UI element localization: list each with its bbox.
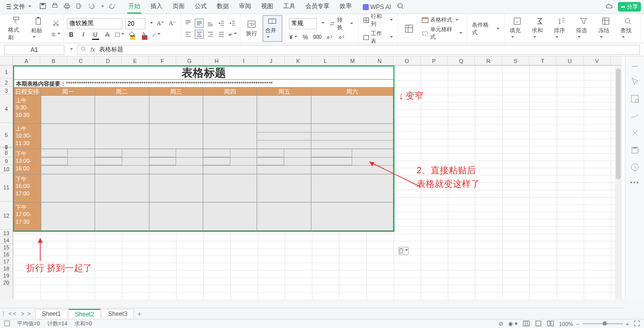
col-header-B[interactable]: B (40, 56, 67, 65)
time-label-cell[interactable]: 下午 16:00-17:00 (14, 174, 41, 202)
data-cell[interactable] (41, 124, 95, 149)
record-macro-icon[interactable] (4, 320, 10, 327)
tab-member[interactable]: 会员专享 (304, 0, 331, 14)
data-cell[interactable] (203, 96, 257, 123)
row-header-19[interactable]: 19 (0, 272, 13, 279)
row-header-14[interactable]: 14 (0, 237, 13, 244)
data-cell[interactable] (95, 149, 149, 174)
freeze-button[interactable]: 冻结 (596, 16, 615, 41)
justify-icon[interactable] (217, 30, 226, 39)
time-label-cell[interactable]: 下午 13:00-16:00 (14, 149, 41, 174)
time-label-cell[interactable]: 下午 17:00-17:30 (14, 203, 41, 230)
row-header-20[interactable]: 20 (0, 279, 13, 286)
align-top-icon[interactable] (184, 19, 193, 28)
row-header-17[interactable]: 17 (0, 258, 13, 265)
zoom-out-icon[interactable]: − (576, 321, 579, 327)
format-painter-button[interactable]: 格式刷 (6, 15, 26, 42)
data-cell[interactable] (257, 124, 311, 149)
increase-decimal-icon[interactable]: .0 (325, 33, 334, 42)
cond-format-button[interactable]: 条件格式 (470, 21, 501, 37)
convert-button[interactable]: 转换 (328, 16, 355, 32)
data-cell[interactable] (149, 96, 203, 123)
chart-icon[interactable] (630, 111, 640, 121)
view-normal-icon[interactable] (523, 320, 530, 327)
column-headers[interactable]: ABCDEFGHIJKLMNOPQRSTUV (13, 56, 622, 65)
fill-button[interactable]: 填充 (508, 16, 527, 41)
data-cell[interactable] (311, 96, 393, 123)
font-size-dropdown[interactable] (148, 20, 153, 27)
col-header-N[interactable]: N (366, 56, 393, 65)
data-cell[interactable] (41, 174, 95, 202)
wrap-text-button[interactable]: 换行 (244, 19, 260, 38)
tab-formula[interactable]: 公式 (194, 0, 208, 14)
tab-view[interactable]: 视图 (260, 0, 274, 14)
data-cell[interactable] (203, 124, 257, 149)
tab-data[interactable]: 数据 (216, 0, 230, 14)
sheet-nav-first[interactable]: ⎸< (3, 310, 10, 317)
data-cell[interactable] (149, 203, 203, 230)
row-header-13[interactable]: 13 (0, 230, 13, 237)
row-header-16[interactable]: 16 (0, 251, 13, 258)
col-header-P[interactable]: P (421, 56, 448, 65)
col-header-Q[interactable]: Q (448, 56, 475, 65)
data-cell[interactable] (257, 96, 311, 123)
tab-efficiency[interactable]: 效率 (339, 0, 353, 14)
wps-ai-button[interactable]: WPS AI (363, 4, 391, 11)
clear-format-icon[interactable] (151, 30, 160, 39)
select-tool-icon[interactable] (630, 77, 640, 87)
row-header-4[interactable]: 4 (0, 95, 13, 123)
fullscreen-icon[interactable] (634, 320, 640, 327)
data-cell[interactable] (95, 174, 149, 202)
find-button[interactable]: 查找 (618, 16, 637, 41)
time-label-cell[interactable]: 上午 10:30-11:30 (14, 124, 41, 149)
more-icon[interactable]: ••• (630, 179, 639, 186)
sort-button[interactable]: 排序 (552, 16, 571, 41)
border-icon[interactable] (115, 30, 124, 39)
cloud-sync-icon[interactable]: ⊘ (499, 320, 503, 327)
view-eye-icon[interactable]: ◉ ▾ (508, 320, 518, 327)
rows-cols-button[interactable]: 行和列 (361, 12, 394, 28)
settings-icon[interactable] (630, 128, 640, 138)
sheet-tab-3[interactable]: Sheet3 (102, 309, 134, 318)
col-header-H[interactable]: H (203, 56, 230, 65)
paste-button[interactable]: 粘贴 (29, 16, 48, 41)
align-right-icon[interactable] (206, 30, 215, 39)
backup-icon[interactable] (630, 145, 640, 155)
cell-style-button[interactable]: 单元格样式 (420, 25, 464, 41)
data-cell[interactable] (203, 174, 257, 202)
formula-input[interactable]: fx 表格标题 (77, 45, 640, 55)
percent-icon[interactable]: % (301, 33, 310, 42)
align-center-icon[interactable] (195, 30, 204, 39)
data-cell[interactable] (311, 174, 393, 202)
sheet-nav-next[interactable]: > (19, 310, 26, 317)
number-format-dropdown[interactable] (320, 20, 325, 27)
pasted-table[interactable]: 表格标题 本期表格内容提要：**************************… (13, 65, 394, 232)
col-header-A[interactable]: A (13, 56, 40, 65)
search-icon[interactable] (397, 3, 404, 11)
add-sheet-button[interactable]: + (135, 310, 144, 318)
col-header-T[interactable]: T (529, 56, 556, 65)
data-cell[interactable] (257, 203, 311, 230)
align-middle-icon[interactable] (195, 19, 204, 28)
data-cell[interactable] (41, 96, 95, 123)
data-cell[interactable] (203, 203, 257, 230)
col-header-V[interactable]: V (584, 56, 611, 65)
underline-icon[interactable]: U (91, 30, 100, 39)
data-cell[interactable] (149, 174, 203, 202)
number-format-select[interactable] (289, 18, 317, 29)
row-headers[interactable]: 1234567891011121314151617181920 (0, 65, 13, 299)
redo-icon[interactable] (109, 3, 116, 11)
undo-icon[interactable] (88, 3, 95, 11)
decrease-indent-icon[interactable] (217, 19, 226, 28)
table-style-button[interactable]: 表格样式 (420, 16, 464, 24)
currency-icon[interactable]: ¥ (289, 33, 298, 42)
data-cell[interactable] (257, 149, 311, 174)
col-header-S[interactable]: S (502, 56, 529, 65)
row-header-10[interactable]: 10 (0, 165, 13, 173)
bold-icon[interactable]: B (67, 30, 76, 39)
thousands-icon[interactable]: 000 (313, 33, 322, 42)
col-header-M[interactable]: M (339, 56, 366, 65)
fill-color-icon[interactable] (127, 30, 136, 39)
col-header-R[interactable]: R (475, 56, 502, 65)
name-box[interactable]: A1 (4, 45, 64, 55)
